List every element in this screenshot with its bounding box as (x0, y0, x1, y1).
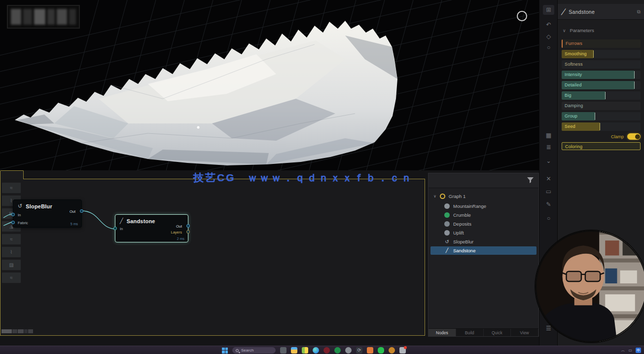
watermark-text: 技艺CG ｗｗｗ．ｑｄｎｘｘｆｂ．ｃｎ (193, 171, 413, 185)
tree-header (429, 173, 538, 188)
filter-icon[interactable] (527, 177, 534, 183)
param-row-detailed[interactable]: Detailed (562, 81, 641, 89)
node-sandstone[interactable]: ╱ Sandstone In Out Layers 2 ms (115, 214, 188, 242)
collapse-icon[interactable]: ⌄ (539, 156, 558, 166)
tree-item-mountainrange[interactable]: MountainRange (430, 202, 537, 210)
tree-item-label: MountainRange (453, 203, 486, 209)
viewport-3d[interactable] (0, 0, 539, 170)
parameters-section-header[interactable]: ∨ Parameters (563, 28, 594, 33)
terrain-render (0, 0, 539, 170)
pen-tool-icon[interactable]: ✎ (539, 199, 558, 209)
output-port[interactable] (186, 224, 190, 228)
clamp-toggle-row: Clamp (562, 133, 641, 140)
app-icon-yellow-green[interactable] (302, 347, 308, 354)
tray-display-icon[interactable]: ▭ (628, 348, 632, 353)
circle-gizmo-icon[interactable]: ○ (539, 42, 558, 52)
tab-quick[interactable]: Quick (484, 329, 511, 336)
tree-item-sandstone[interactable]: ╱ Sandstone (430, 246, 537, 255)
param-label: Smoothing (565, 50, 587, 58)
tree-item-label: Sandstone (453, 248, 475, 253)
param-row-softness[interactable]: Softness (562, 60, 641, 69)
param-row-damping[interactable]: Damping (562, 102, 641, 110)
slopeblur-icon: ↺ (18, 203, 22, 209)
input-port[interactable] (11, 221, 15, 224)
node-title: Sandstone (127, 218, 155, 224)
edge-browser-icon[interactable] (313, 347, 319, 354)
toolbox-item[interactable]: ≈ (1, 234, 21, 245)
undo-icon[interactable]: ↶ (539, 20, 558, 30)
grid-view-icon[interactable]: ⊞ (543, 5, 554, 15)
tab-view[interactable]: View (511, 329, 538, 336)
app-window: ⊞ ↶ ◇ ○ ▦ ≣ ⌄ ✕ ▭ ✎ ○ ☰ ╱ Sandstone ⧉ ∨ … (0, 0, 644, 354)
properties-header: ╱ Sandstone ⧉ (558, 4, 644, 20)
start-button[interactable] (222, 348, 228, 354)
toolbox-item[interactable]: ≈ (1, 182, 21, 194)
param-label: Big (565, 91, 572, 100)
output-port[interactable] (80, 209, 83, 213)
param-row-big[interactable]: Big (562, 91, 641, 100)
system-tray: ︿ ▭ 中 (621, 346, 641, 354)
uplift-icon (444, 230, 450, 236)
toolbox-item[interactable]: ⌇ (1, 246, 21, 258)
input-port[interactable] (11, 213, 15, 216)
toolbox-item[interactable]: ▨ (1, 259, 21, 271)
param-label: Damping (565, 102, 583, 110)
wechat-icon[interactable] (378, 347, 384, 354)
circle-tool-icon[interactable]: ○ (539, 213, 558, 223)
tree-item-crumble[interactable]: Crumble (430, 211, 537, 219)
tab-build[interactable]: Build (456, 329, 484, 336)
app-icon-dark-red[interactable] (323, 347, 330, 354)
panel-grid-icon[interactable]: ▦ (539, 130, 558, 140)
search-properties-icon[interactable]: ⧉ (637, 9, 641, 15)
app-icon-green[interactable] (334, 347, 341, 354)
param-row-seed[interactable]: Seed (562, 122, 641, 131)
node-slopeblur[interactable]: ↺ SlopeBlur In Fabric Out 5 ms (13, 199, 82, 228)
app-icon-badge[interactable] (399, 347, 406, 354)
clamp-toggle[interactable] (627, 133, 641, 140)
app-icon-grey[interactable] (345, 347, 352, 354)
tree-item-slopeblur[interactable]: ↺ SlopeBlur (430, 237, 537, 246)
tree-item-label: Crumble (453, 212, 471, 218)
task-view-icon[interactable] (280, 347, 286, 354)
rect-tool-icon[interactable]: ▭ (539, 187, 558, 197)
tray-chevron-icon[interactable]: ︿ (621, 348, 625, 353)
app-icon-amber[interactable] (389, 347, 395, 354)
input-port[interactable] (113, 227, 117, 230)
sync-app-icon[interactable]: ⟳ (356, 347, 362, 354)
toolbox-item[interactable]: ≈ (1, 272, 21, 283)
node-type-icon: ╱ (561, 8, 566, 15)
graph-panel-tab[interactable] (0, 170, 24, 179)
diamond-gizmo-icon[interactable]: ◇ (539, 32, 558, 41)
windows-taskbar: Search ⟳ ︿ ▭ 中 (0, 346, 644, 354)
param-row-smoothing[interactable]: Smoothing (562, 50, 641, 58)
graph-scrollbar[interactable] (1, 329, 33, 333)
node-graph-panel[interactable]: ≈ ⌇ ▨ ◮ ≈ ⌇ ▨ ≈ ↺ SlopeBlur In Fabric (0, 179, 425, 336)
param-label: Group (565, 112, 577, 120)
file-explorer-icon[interactable] (291, 347, 297, 354)
tree-item-label: Deposits (453, 221, 471, 227)
deposits-icon (444, 221, 450, 227)
tree-root-row[interactable]: ∨ Graph 1 (430, 192, 537, 200)
orbit-circle-icon[interactable] (517, 11, 527, 21)
properties-title: Sandstone (569, 9, 595, 15)
param-row-furrows[interactable]: Furrows (562, 39, 641, 48)
list-icon[interactable]: ≣ (539, 142, 558, 152)
param-label: Softness (565, 60, 583, 69)
taskbar-search[interactable]: Search (232, 347, 276, 354)
close-icon[interactable]: ✕ (539, 174, 558, 184)
tree-item-deposits[interactable]: Deposits (430, 220, 537, 228)
toggle-label: Clamp (611, 134, 624, 139)
graph-icon (440, 194, 445, 199)
tab-nodes[interactable]: Nodes (429, 329, 456, 336)
param-row-group[interactable]: Group (562, 112, 641, 120)
app-icon-orange[interactable] (367, 347, 373, 354)
port-label: Layers (171, 230, 182, 235)
output-port[interactable] (186, 230, 190, 234)
tree-item-uplift[interactable]: Uplift (430, 229, 537, 237)
search-placeholder: Search (241, 348, 253, 353)
chevron-down-icon: ∨ (433, 194, 436, 198)
tray-ime-icon[interactable]: 中 (636, 348, 641, 353)
tree-item-label: SlopeBlur (453, 239, 473, 244)
coloring-row[interactable]: Coloring (562, 142, 641, 150)
param-row-intensity[interactable]: Intensity (562, 71, 641, 79)
